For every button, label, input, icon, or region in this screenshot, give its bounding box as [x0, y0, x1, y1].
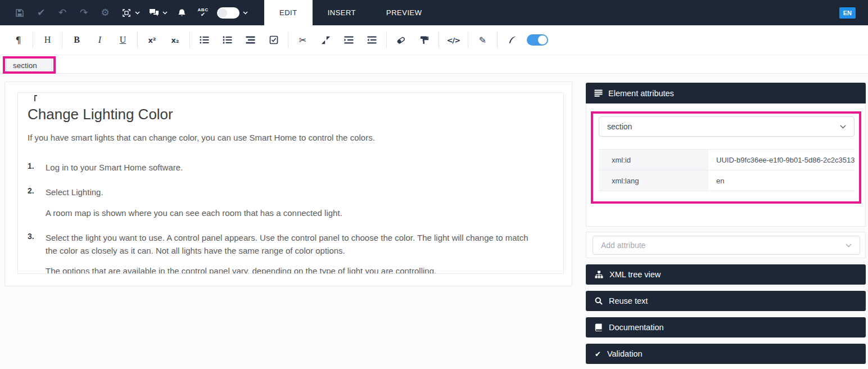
comments-button[interactable] [144, 3, 164, 22]
settings-button[interactable]: ⚙ [96, 3, 115, 22]
section-element-frame[interactable]: Change Lighting Color If you have smart … [17, 92, 564, 274]
source-code-button[interactable]: </> [442, 29, 465, 51]
editor-canvas[interactable]: Change Lighting Color If you have smart … [4, 82, 572, 286]
navbar-icon-group: ✔ ↶ ↷ ⚙ ABC✔ [0, 0, 264, 25]
panel-reuse-text[interactable]: Reuse text [586, 291, 866, 311]
step-subtext[interactable]: The options that are available in the co… [46, 264, 540, 274]
step-text[interactable]: Select Lighting. [46, 186, 342, 199]
chevron-down-icon [243, 11, 248, 15]
merge-arrows-icon [322, 36, 330, 44]
panel-documentation[interactable]: Documentation [586, 317, 866, 338]
tab-edit[interactable]: EDIT [264, 0, 313, 25]
code-icon: </> [447, 36, 460, 44]
track-changes-toggle[interactable] [527, 34, 548, 46]
fullscreen-button[interactable] [117, 3, 136, 22]
element-select-value: section [607, 122, 632, 131]
track-changes-button[interactable] [500, 29, 523, 51]
language-badge[interactable]: EN [839, 7, 856, 19]
cut-button[interactable]: ✂ [291, 29, 314, 51]
panel-xml-tree-view[interactable]: XML tree view [586, 264, 866, 285]
subscript-button[interactable]: x₂ [164, 29, 187, 51]
step-subtext[interactable]: A room map is shown where you can see ea… [46, 206, 342, 219]
attribute-name: xml:lang [599, 170, 708, 191]
superscript-button[interactable]: x² [141, 29, 164, 51]
notifications-button[interactable] [172, 3, 191, 22]
toolbar-separator [497, 32, 498, 48]
approve-button[interactable]: ✔ [31, 3, 51, 22]
toolbar-separator [288, 32, 288, 48]
table-row: xml:id UUID-b9fc36ee-e1f0-9b01-5d86-2c2c… [599, 150, 855, 170]
attribute-value[interactable]: en [708, 170, 855, 191]
toolbar-separator [386, 32, 387, 48]
checkbox-icon [269, 35, 278, 44]
toolbar-separator [189, 32, 190, 48]
save-button[interactable] [10, 3, 29, 22]
ordered-list-button[interactable] [216, 29, 239, 51]
step-number: 2. [28, 186, 46, 219]
search-icon [595, 297, 603, 305]
toolbar-separator [62, 32, 62, 48]
quill-icon [508, 35, 517, 44]
outdent-button[interactable] [360, 29, 383, 51]
fullscreen-menu-chevron[interactable] [135, 11, 140, 15]
tab-insert[interactable]: INSERT [313, 0, 371, 25]
redo-button[interactable]: ↷ [74, 3, 93, 22]
chevron-down-icon [846, 244, 852, 248]
heading-button[interactable]: H [36, 29, 59, 51]
document-title[interactable]: Change Lighting Color [28, 106, 552, 123]
heading-icon: H [44, 35, 51, 45]
paint-roller-button[interactable] [413, 29, 436, 51]
italic-button[interactable]: I [88, 29, 111, 51]
bold-button[interactable]: B [65, 29, 88, 51]
spellcheck-toggle[interactable] [217, 7, 239, 19]
gear-icon: ⚙ [101, 8, 109, 17]
element-select[interactable]: section [599, 116, 855, 137]
panel-element-attributes-header[interactable]: Element attributes [586, 83, 866, 104]
chevron-down-icon [135, 11, 140, 15]
add-attribute-placeholder: Add attribute [601, 241, 645, 250]
sitemap-icon [595, 271, 603, 278]
indent-icon [344, 36, 354, 44]
step-text[interactable]: Log in to your Smart Home software. [46, 161, 183, 174]
add-attribute-panel: Add attribute [586, 232, 866, 258]
definition-list-button[interactable] [239, 29, 262, 51]
bullet-list-button[interactable] [193, 29, 216, 51]
formatting-toolbar: ¶ H B I U x² x₂ ✂ </> ✎ [0, 25, 868, 55]
check-icon: ✔ [37, 8, 45, 17]
book-icon [595, 323, 603, 331]
step-content: Select Lighting. A room map is shown whe… [46, 186, 342, 219]
checkbox-list-button[interactable] [262, 29, 285, 51]
merge-button[interactable] [314, 29, 337, 51]
spellcheck-menu-chevron[interactable] [243, 11, 248, 15]
panel-title: Documentation [609, 323, 664, 332]
underline-button[interactable]: U [111, 29, 134, 51]
step-text[interactable]: Select the light you want to use. A cont… [46, 231, 540, 258]
eraser-button[interactable] [390, 29, 413, 51]
italic-icon: I [98, 35, 101, 45]
table-row: xml:lang en [599, 170, 855, 191]
panel-title: Reuse text [609, 296, 648, 305]
indent-button[interactable] [337, 29, 360, 51]
spellcheck-button[interactable]: ABC✔ [193, 3, 213, 22]
panel-title: Element attributes [608, 89, 674, 98]
edit-mode-button[interactable]: ✎ [471, 29, 494, 51]
comments-menu-chevron[interactable] [162, 11, 168, 15]
paragraph-button[interactable]: ¶ [7, 29, 30, 51]
pilcrow-icon: ¶ [15, 35, 21, 46]
tab-preview[interactable]: PREVIEW [371, 0, 437, 25]
panel-validation[interactable]: ✔ Validation [586, 344, 866, 364]
undo-button[interactable]: ↶ [53, 3, 72, 22]
attribute-value[interactable]: UUID-b9fc36ee-e1f0-9b01-5d86-2c2c3513987 [708, 150, 855, 170]
chevron-down-icon [840, 125, 846, 129]
bold-icon: B [74, 35, 80, 45]
ordered-list-icon [223, 36, 232, 44]
breadcrumb: section [0, 55, 868, 74]
pencil-icon: ✎ [479, 35, 486, 46]
list-item: 1. Log in to your Smart Home software. [28, 161, 552, 174]
step-number: 3. [28, 231, 46, 274]
breadcrumb-item-section[interactable]: section [6, 58, 52, 72]
add-attribute-select[interactable]: Add attribute [593, 236, 860, 255]
intro-paragraph[interactable]: If you have smart lights that can change… [28, 133, 552, 142]
attribute-name: xml:id [599, 150, 708, 170]
outdent-icon [367, 36, 377, 44]
